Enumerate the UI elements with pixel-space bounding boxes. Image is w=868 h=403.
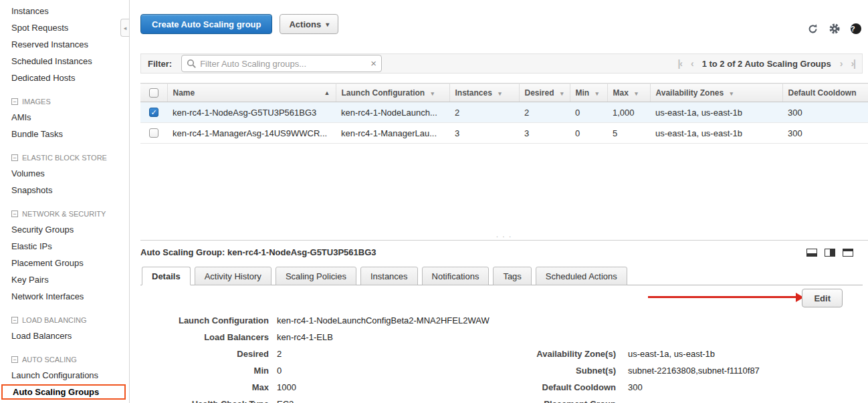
sidebar-item-auto-scaling-groups[interactable]: Auto Scaling Groups xyxy=(1,384,126,400)
field-value-max: 1000 xyxy=(277,382,296,392)
tab-notifications[interactable]: Notifications xyxy=(422,267,490,285)
next-page-icon[interactable]: › xyxy=(840,58,843,69)
row-checkbox[interactable]: ✓ xyxy=(149,108,158,117)
sidebar-item-launch-configurations[interactable]: Launch Configurations xyxy=(0,367,129,384)
section-title: LOAD BALANCING xyxy=(22,316,87,324)
settings-gear-icon[interactable] xyxy=(829,23,841,35)
sidebar-section-auto-scaling[interactable]: − AUTO SCALING xyxy=(0,352,129,367)
field-value-load-balancers: ken-rc4-1-ELB xyxy=(277,332,333,342)
cell-min: 0 xyxy=(570,123,607,144)
sidebar-section-elastic-block-store[interactable]: − ELASTIC BLOCK STORE xyxy=(0,150,129,165)
cell-name: ken-rc4-1-ManagerAsg-14US9WWCR... xyxy=(167,123,336,144)
toolbar-icons: ? xyxy=(807,23,861,35)
column-header-min[interactable]: Min ▾ xyxy=(570,84,607,102)
prev-page-icon[interactable]: ‹ xyxy=(691,58,693,69)
main-content: Create Auto Scaling group Actions ▾ xyxy=(130,0,868,403)
tab-scheduled-actions[interactable]: Scheduled Actions xyxy=(536,267,627,285)
refresh-icon[interactable] xyxy=(807,23,819,35)
field-label-desired: Desired xyxy=(140,349,269,359)
pagination: |‹ ‹ 1 to 2 of 2 Auto Scaling Groups › ›… xyxy=(677,58,855,69)
actions-button[interactable]: Actions ▾ xyxy=(280,14,338,34)
field-label-placement-group: Placement Group xyxy=(529,399,616,403)
sidebar-item-spot-requests[interactable]: Spot Requests xyxy=(0,19,129,36)
pane-maximize-icon[interactable] xyxy=(843,249,853,257)
select-all-checkbox[interactable] xyxy=(149,88,158,98)
detail-panel-title: Auto Scaling Group: ken-rc4-1-NodeAsg-G5… xyxy=(140,247,376,257)
field-label-min: Min xyxy=(140,366,269,376)
sidebar-item-bundle-tasks[interactable]: Bundle Tasks xyxy=(0,126,129,142)
row-select-cell xyxy=(140,123,167,144)
sidebar-section-images[interactable]: − IMAGES xyxy=(0,94,129,109)
detail-panel: ∙ ∙ ∙ Auto Scaling Group: ken-rc4-1-Node… xyxy=(140,240,868,403)
column-header-launch-configuration[interactable]: Launch Configuration ▾ xyxy=(336,84,449,102)
sidebar-item-scheduled-instances[interactable]: Scheduled Instances xyxy=(0,53,129,70)
cell-max: 1,000 xyxy=(607,102,650,123)
row-checkbox[interactable] xyxy=(149,128,158,138)
table-row[interactable]: ken-rc4-1-ManagerAsg-14US9WWCR... ken-rc… xyxy=(140,123,868,144)
sidebar-item-volumes[interactable]: Volumes xyxy=(0,165,129,182)
detail-tabs: Details Activity History Scaling Policie… xyxy=(140,265,863,285)
pane-split-icon[interactable] xyxy=(825,249,835,257)
tab-tags[interactable]: Tags xyxy=(493,267,531,285)
section-title: AUTO SCALING xyxy=(22,356,77,364)
filter-input[interactable] xyxy=(200,59,365,69)
cell-launch-configuration: ken-rc4-1-NodeLaunch... xyxy=(336,102,449,123)
last-page-icon[interactable]: ›| xyxy=(851,58,855,69)
sidebar-item-reserved-instances[interactable]: Reserved Instances xyxy=(0,36,129,53)
sidebar-collapse-handle[interactable]: ◂ xyxy=(120,19,129,37)
sidebar-item-key-pairs[interactable]: Key Pairs xyxy=(0,271,129,288)
actions-button-label: Actions xyxy=(289,19,321,29)
field-label-load-balancers: Load Balancers xyxy=(140,332,269,342)
cell-desired: 3 xyxy=(519,123,570,144)
column-label: Availability Zones xyxy=(656,88,724,98)
sidebar-item-amis[interactable]: AMIs xyxy=(0,109,129,126)
create-auto-scaling-group-button[interactable]: Create Auto Scaling group xyxy=(140,14,272,34)
sidebar-item-security-groups[interactable]: Security Groups xyxy=(0,221,129,238)
clear-filter-icon[interactable]: × xyxy=(370,57,376,69)
column-header-desired[interactable]: Desired ▾ xyxy=(519,84,570,102)
sidebar-section-network-security[interactable]: − NETWORK & SECURITY xyxy=(0,207,129,221)
pagination-summary: 1 to 2 of 2 Auto Scaling Groups xyxy=(702,59,831,69)
pane-bottom-icon[interactable] xyxy=(806,249,817,257)
tab-details[interactable]: Details xyxy=(142,267,191,285)
tab-instances[interactable]: Instances xyxy=(360,267,418,285)
column-header-instances[interactable]: Instances ▾ xyxy=(449,84,519,102)
sidebar-item-elastic-ips[interactable]: Elastic IPs xyxy=(0,238,129,255)
edit-button[interactable]: Edit xyxy=(802,289,843,307)
sidebar-item-dedicated-hosts[interactable]: Dedicated Hosts xyxy=(0,70,129,86)
sidebar-item-load-balancers[interactable]: Load Balancers xyxy=(0,327,129,344)
tab-scaling-policies[interactable]: Scaling Policies xyxy=(276,267,356,285)
table-row[interactable]: ✓ ken-rc4-1-NodeAsg-G5TU3P561BG3 ken-rc4… xyxy=(140,102,868,123)
detail-header: Auto Scaling Group: ken-rc4-1-NodeAsg-G5… xyxy=(140,241,863,257)
cell-instances: 3 xyxy=(449,123,519,144)
sidebar-item-snapshots[interactable]: Snapshots xyxy=(0,182,129,198)
column-header-availability-zones[interactable]: Availability Zones ▾ xyxy=(650,84,782,102)
field-label-default-cooldown: Default Cooldown xyxy=(529,382,616,392)
section-title: NETWORK & SECURITY xyxy=(22,210,106,218)
field-label-availability-zones: Availability Zone(s) xyxy=(529,349,616,359)
column-header-name[interactable]: Name ▲ xyxy=(167,84,336,102)
tab-activity-history[interactable]: Activity History xyxy=(195,267,272,285)
cell-min: 0 xyxy=(570,102,607,123)
section-collapse-icon: − xyxy=(11,98,18,105)
sidebar-section-load-balancing[interactable]: − LOAD BALANCING xyxy=(0,313,129,327)
sort-caret-icon: ▾ xyxy=(635,90,638,97)
field-value-subnets: subnet-22163808,subnet-f1110f87 xyxy=(628,366,760,376)
column-header-max[interactable]: Max ▾ xyxy=(607,84,650,102)
cell-default-cooldown: 300 xyxy=(782,123,868,144)
sidebar-item-network-interfaces[interactable]: Network Interfaces xyxy=(0,288,129,305)
column-label: Launch Configuration xyxy=(342,88,425,98)
sidebar-item-instances[interactable]: Instances xyxy=(0,3,129,19)
field-value-min: 0 xyxy=(277,366,282,376)
column-header-default-cooldown[interactable]: Default Cooldown xyxy=(782,84,868,102)
column-label: Desired xyxy=(525,88,554,98)
first-page-icon[interactable]: |‹ xyxy=(677,58,682,69)
help-icon[interactable]: ? xyxy=(851,23,861,34)
search-icon xyxy=(187,59,197,71)
section-title: IMAGES xyxy=(22,98,51,106)
sidebar-item-placement-groups[interactable]: Placement Groups xyxy=(0,255,129,271)
filter-label: Filter: xyxy=(148,59,172,69)
annotation-arrow xyxy=(648,296,796,298)
chevron-down-icon: ▾ xyxy=(326,21,329,28)
panel-resize-handle[interactable]: ∙ ∙ ∙ xyxy=(496,233,512,240)
